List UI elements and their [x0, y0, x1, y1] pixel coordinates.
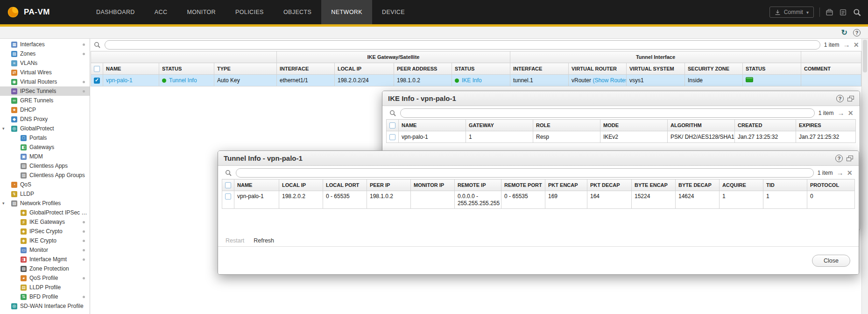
ike-dialog-titlebar[interactable]: IKE Info - vpn-palo-1 — [382, 91, 860, 106]
dialog-restore-icon[interactable] — [847, 96, 854, 101]
col-peer-address[interactable]: PEER ADDRESS — [394, 63, 452, 75]
clear-filter-icon[interactable] — [847, 169, 852, 177]
tunnel-col-protocol[interactable]: PROTOCOL — [807, 179, 855, 191]
restart-button[interactable]: Restart — [226, 237, 244, 244]
refresh-button[interactable]: Refresh — [254, 237, 274, 244]
show-routes-link[interactable]: (Show Routes) — [593, 77, 626, 84]
sidebar-item-qos[interactable]: ◔QoS — [0, 180, 90, 189]
select-all-checkbox[interactable] — [225, 182, 231, 188]
tunnel-col-local-ip[interactable]: LOCAL IP — [279, 179, 323, 191]
tunnel-col-local-port[interactable]: LOCAL PORT — [323, 179, 367, 191]
tunnel-col-peer-ip[interactable]: PEER IP — [367, 179, 411, 191]
col-status[interactable]: STATUS — [159, 63, 214, 75]
clear-filter-icon[interactable] — [854, 41, 859, 49]
sidebar-item-gre-tunnels[interactable]: ∞GRE Tunnels — [0, 96, 90, 105]
sidebar-item-ike-crypto[interactable]: ◈IKE Crypto — [0, 236, 90, 245]
select-all-checkbox[interactable] — [94, 66, 100, 72]
tunnel-col-name[interactable]: NAME — [234, 179, 279, 191]
config-save-icon[interactable] — [826, 8, 833, 16]
sidebar-item-qos-profile[interactable]: ◕QoS Profile — [0, 273, 90, 283]
tunnel-col-acquire[interactable]: ACQUIRE — [720, 179, 763, 191]
tunnels-search-input[interactable] — [105, 40, 820, 50]
clear-filter-icon[interactable] — [848, 109, 853, 117]
goto-arrow-icon[interactable] — [837, 109, 844, 117]
col-virtual-router[interactable]: VIRTUAL ROUTER — [569, 63, 627, 75]
sidebar-item-bfd-profile[interactable]: ⇅BFD Profile — [0, 292, 90, 301]
collapse-arrow-icon[interactable]: ▾ — [2, 199, 5, 208]
ike-search-input[interactable] — [400, 108, 815, 118]
sidebar-item-virtual-wires[interactable]: ⇄Virtual Wires — [0, 68, 90, 77]
ike-row[interactable]: vpn-palo-11RespIKEv2PSK/ DH2/AES128/SHA1… — [387, 131, 856, 143]
sidebar-item-interfaces[interactable]: ▦Interfaces — [0, 40, 90, 49]
col-name[interactable]: NAME — [103, 63, 159, 75]
ike-col-role[interactable]: ROLE — [533, 120, 600, 131]
ike-col-name[interactable]: NAME — [399, 120, 466, 131]
sidebar-item-globalprotect-ipsec-crypto[interactable]: ◈GlobalProtect IPSec Crypto — [0, 208, 90, 217]
col-local-ip[interactable]: LOCAL IP — [335, 63, 394, 75]
tunnel-col-pkt-encap[interactable]: PKT ENCAP — [545, 179, 587, 191]
tunnel-dialog-titlebar[interactable]: Tunnel Info - vpn-palo-1 — [218, 151, 859, 166]
tunnel-info-link[interactable]: Tunnel Info — [169, 77, 197, 84]
close-button[interactable]: Close — [812, 255, 850, 267]
sidebar-item-ipsec-crypto[interactable]: ◈IPSec Crypto — [0, 227, 90, 236]
tunnel-col-byte-decap[interactable]: BYTE DECAP — [676, 179, 720, 191]
sidebar-item-dns-proxy[interactable]: ◆DNS Proxy — [0, 114, 90, 124]
sidebar-item-monitor[interactable]: ▭Monitor — [0, 245, 90, 255]
tunnel-name-link[interactable]: vpn-palo-1 — [106, 77, 133, 84]
dialog-help-icon[interactable] — [836, 95, 844, 102]
vertical-scrollbar[interactable] — [861, 39, 868, 314]
col-tunnel-interface[interactable]: INTERFACE — [510, 63, 569, 75]
sidebar-item-portals[interactable]: □Portals — [0, 133, 90, 143]
refresh-icon[interactable] — [841, 29, 847, 36]
ike-col-expires[interactable]: EXPIRES — [796, 120, 856, 131]
sidebar-item-virtual-routers[interactable]: ◉Virtual Routers — [0, 77, 90, 86]
sidebar-item-ipsec-tunnels[interactable]: ∞IPSec Tunnels — [0, 86, 90, 96]
help-icon[interactable] — [853, 29, 861, 36]
tunnel-col-remote-port[interactable]: REMOTE PORT — [501, 179, 545, 191]
sidebar-item-lldp[interactable]: ↯LLDP — [0, 189, 90, 199]
row-checkbox[interactable] — [225, 193, 231, 200]
ike-col-algorithm[interactable]: ALGORITHM — [668, 120, 735, 131]
nav-tab-network[interactable]: NETWORK — [321, 0, 372, 24]
col-security-zone[interactable]: SECURITY ZONE — [685, 63, 743, 75]
row-checkbox[interactable] — [389, 134, 395, 140]
nav-tab-device[interactable]: DEVICE — [372, 0, 415, 24]
sidebar-item-dhcp[interactable]: ★DHCP — [0, 105, 90, 114]
sidebar-item-gateways[interactable]: ◧Gateways — [0, 143, 90, 152]
commit-button[interactable]: Commit — [769, 7, 814, 18]
sidebar-item-mdm[interactable]: ▣MDM — [0, 152, 90, 161]
sidebar-item-clientless-apps[interactable]: ▤Clientless Apps — [0, 161, 90, 171]
nav-tab-policies[interactable]: POLICIES — [226, 0, 274, 24]
tunnel-search-input[interactable] — [236, 168, 814, 178]
sidebar-item-zone-protection[interactable]: ▨Zone Protection — [0, 264, 90, 273]
nav-tab-acc[interactable]: ACC — [145, 0, 177, 24]
col-virtual-system[interactable]: VIRTUAL SYSTEM — [627, 63, 685, 75]
global-search-icon[interactable] — [853, 8, 861, 17]
sidebar-item-vlans[interactable]: ≡VLANs — [0, 58, 90, 68]
tunnel-col-pkt-decap[interactable]: PKT DECAP — [587, 179, 632, 191]
col-ike-interface[interactable]: INTERFACE — [277, 63, 335, 75]
dialog-help-icon[interactable] — [835, 155, 843, 162]
row-checkbox[interactable] — [94, 78, 100, 84]
nav-tab-dashboard[interactable]: DASHBOARD — [86, 0, 145, 24]
sidebar-item-ike-gateways[interactable]: ♯IKE Gateways — [0, 217, 90, 227]
goto-arrow-icon[interactable] — [843, 41, 850, 49]
ike-col-created[interactable]: CREATED — [735, 120, 796, 131]
sidebar-item-sd-wan-interface-profile[interactable]: ◎SD-WAN Interface Profile — [0, 301, 90, 311]
col-comment[interactable]: COMMENT — [801, 63, 861, 75]
sidebar-item-zones[interactable]: ▨Zones — [0, 49, 90, 58]
nav-tab-monitor[interactable]: MONITOR — [177, 0, 226, 24]
sidebar-item-globalprotect[interactable]: ▾◎GlobalProtect — [0, 124, 90, 133]
collapse-arrow-icon[interactable]: ▾ — [2, 124, 5, 133]
sidebar-item-clientless-app-groups[interactable]: ▥Clientless App Groups — [0, 171, 90, 180]
sidebar-item-network-profiles[interactable]: ▾▧Network Profiles — [0, 199, 90, 208]
dialog-restore-icon[interactable] — [847, 156, 853, 161]
col-tunnel-status[interactable]: STATUS — [743, 63, 801, 75]
select-all-checkbox[interactable] — [389, 122, 395, 128]
tunnel-row[interactable]: vpn-palo-1198.2.0.20 - 65535198.1.0.20.0… — [222, 191, 855, 209]
sidebar-item-lldp-profile[interactable]: ▤LLDP Profile — [0, 283, 90, 292]
nav-tab-objects[interactable]: OBJECTS — [274, 0, 321, 24]
tunnel-col-monitor-ip[interactable]: MONITOR IP — [411, 179, 455, 191]
tunnel-col-remote-ip[interactable]: REMOTE IP — [455, 179, 501, 191]
sidebar-item-interface-mgmt[interactable]: ◨Interface Mgmt — [0, 255, 90, 264]
